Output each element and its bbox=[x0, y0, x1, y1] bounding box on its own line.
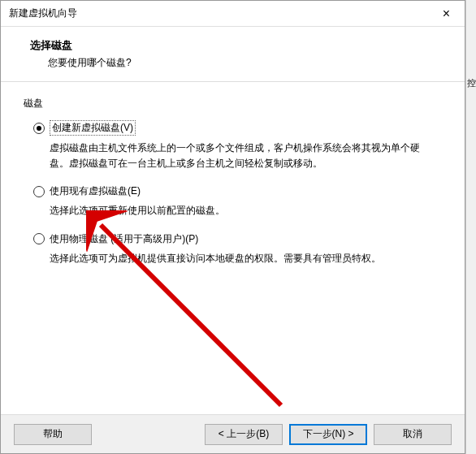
window-title: 新建虚拟机向导 bbox=[9, 6, 77, 20]
header-subtitle: 您要使用哪个磁盘? bbox=[48, 56, 448, 70]
content-area: 磁盘 创建新虚拟磁盘(V) 虚拟磁盘由主机文件系统上的一个或多个文件组成，客户机… bbox=[1, 82, 465, 414]
group-label: 磁盘 bbox=[24, 97, 442, 110]
titlebar: 新建虚拟机向导 × bbox=[1, 1, 465, 27]
wizard-header: 选择磁盘 您要使用哪个磁盘? bbox=[1, 27, 465, 82]
radio-use-physical-disk[interactable] bbox=[33, 233, 45, 244]
wizard-window: 新建虚拟机向导 × 选择磁盘 您要使用哪个磁盘? 磁盘 创建新虚拟磁盘(V) 虚… bbox=[0, 0, 465, 454]
radio-label-use-existing-disk[interactable]: 使用现有虚拟磁盘(E) bbox=[50, 184, 141, 198]
desc-use-physical-disk: 选择此选项可为虚拟机提供直接访问本地硬盘的权限。需要具有管理员特权。 bbox=[50, 251, 431, 266]
footer: 帮助 < 上一步(B) 下一步(N) > 取消 bbox=[1, 414, 465, 453]
option-use-existing-disk: 使用现有虚拟磁盘(E) 选择此选项可重新使用以前配置的磁盘。 bbox=[24, 184, 442, 218]
side-strip: 控 bbox=[465, 0, 476, 454]
next-button[interactable]: 下一步(N) > bbox=[289, 424, 367, 445]
radio-label-use-physical-disk[interactable]: 使用物理磁盘 (适用于高级用户)(P) bbox=[50, 232, 198, 246]
header-title: 选择磁盘 bbox=[30, 38, 448, 53]
option-use-physical-disk: 使用物理磁盘 (适用于高级用户)(P) 选择此选项可为虚拟机提供直接访问本地硬盘… bbox=[24, 232, 442, 266]
radio-create-new-disk[interactable] bbox=[33, 123, 45, 134]
close-icon: × bbox=[443, 6, 450, 21]
close-button[interactable]: × bbox=[428, 1, 465, 27]
side-strip-text: 控 bbox=[467, 77, 476, 89]
back-button[interactable]: < 上一步(B) bbox=[205, 424, 283, 445]
desc-use-existing-disk: 选择此选项可重新使用以前配置的磁盘。 bbox=[50, 203, 431, 218]
radio-use-existing-disk[interactable] bbox=[33, 186, 45, 197]
cancel-button[interactable]: 取消 bbox=[374, 424, 452, 445]
help-button[interactable]: 帮助 bbox=[14, 424, 92, 445]
desc-create-new-disk: 虚拟磁盘由主机文件系统上的一个或多个文件组成，客户机操作系统会将其视为单个硬盘。… bbox=[50, 141, 431, 171]
option-create-new-disk: 创建新虚拟磁盘(V) 虚拟磁盘由主机文件系统上的一个或多个文件组成，客户机操作系… bbox=[24, 120, 442, 171]
radio-label-create-new-disk[interactable]: 创建新虚拟磁盘(V) bbox=[50, 120, 136, 136]
